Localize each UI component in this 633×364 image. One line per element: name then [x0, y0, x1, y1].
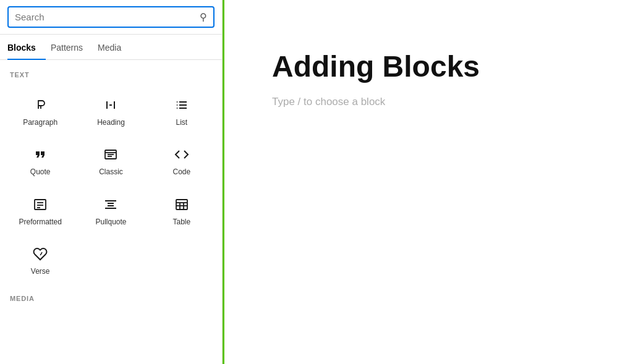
code-icon	[173, 146, 190, 163]
pullquote-label: Pullquote	[95, 218, 126, 226]
classic-icon	[102, 146, 119, 163]
tab-bar: Blocks Patterns Media	[0, 35, 222, 60]
quote-icon	[32, 146, 49, 163]
block-item-list[interactable]: List	[147, 86, 217, 135]
search-area: ⚲	[0, 0, 222, 35]
block-item-preformatted[interactable]: Preformatted	[5, 185, 75, 235]
main-subtitle: Type / to choose a block	[272, 96, 584, 108]
block-item-pullquote[interactable]: Pullquote	[75, 185, 146, 235]
search-input[interactable]	[15, 12, 200, 22]
svg-rect-19	[176, 200, 187, 210]
quote-label: Quote	[30, 167, 51, 176]
main-title: Adding Blocks	[272, 49, 584, 83]
heading-icon	[102, 97, 119, 113]
preformatted-icon	[32, 197, 49, 213]
classic-label: Classic	[99, 167, 123, 176]
block-item-paragraph[interactable]: Paragraph	[5, 86, 75, 135]
table-label: Table	[172, 218, 190, 226]
list-icon	[173, 97, 190, 113]
section-label-text: TEXT	[0, 66, 222, 81]
verse-label: Verse	[31, 267, 50, 276]
block-item-verse[interactable]: Verse	[5, 235, 75, 284]
paragraph-label: Paragraph	[23, 118, 57, 127]
preformatted-label: Preformatted	[19, 218, 61, 226]
pullquote-icon	[102, 197, 119, 213]
block-list: TEXT Paragraph Heading	[0, 60, 222, 364]
blocks-grid-text: Paragraph Heading	[0, 81, 222, 290]
tab-media[interactable]: Media	[98, 35, 131, 60]
verse-icon	[32, 246, 49, 262]
tab-patterns[interactable]: Patterns	[51, 35, 93, 60]
search-input-wrapper: ⚲	[7, 6, 215, 28]
list-label: List	[176, 118, 187, 127]
main-content: Adding Blocks Type / to choose a block	[223, 0, 633, 364]
block-item-table[interactable]: Table	[147, 185, 217, 235]
sidebar: ⚲ Blocks Patterns Media TEXT Paragraph	[0, 0, 223, 364]
code-label: Code	[172, 167, 190, 176]
block-item-code[interactable]: Code	[147, 135, 217, 185]
block-item-quote[interactable]: Quote	[5, 135, 75, 185]
tab-blocks[interactable]: Blocks	[7, 35, 46, 60]
block-item-classic[interactable]: Classic	[75, 135, 146, 185]
heading-label: Heading	[97, 118, 125, 127]
search-icon: ⚲	[200, 11, 207, 23]
paragraph-icon	[32, 97, 49, 113]
table-icon	[173, 197, 190, 213]
section-label-media: MEDIA	[0, 290, 222, 305]
block-item-heading[interactable]: Heading	[75, 86, 146, 135]
